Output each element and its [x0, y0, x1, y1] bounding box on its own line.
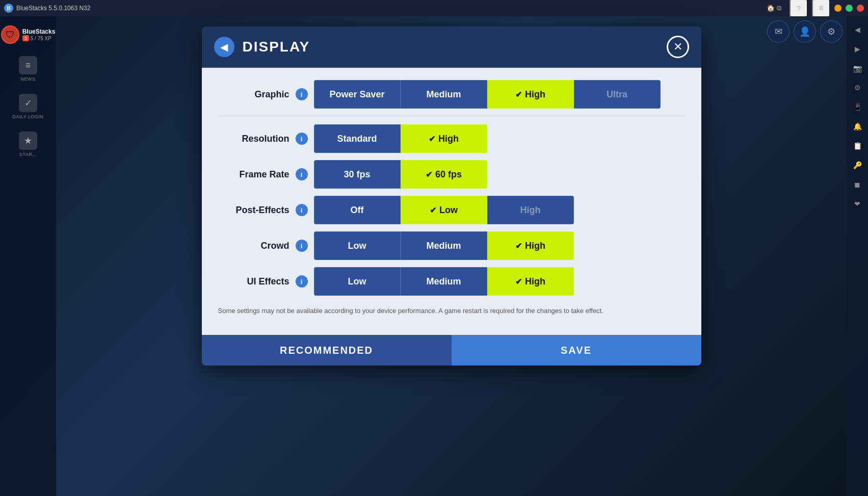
recommended-button[interactable]: RECOMMENDED: [202, 335, 452, 366]
app-logo: B: [4, 4, 13, 13]
frame-rate-btn-group: 30 fps ✔ 60 fps: [314, 160, 487, 189]
crowd-low-button[interactable]: Low: [314, 231, 401, 260]
dialog-close-button[interactable]: ✕: [667, 36, 689, 58]
graphic-label: Graphic: [218, 89, 290, 100]
graphic-medium-button[interactable]: Medium: [401, 80, 487, 109]
ui-effects-low-button[interactable]: Low: [314, 267, 401, 296]
ui-effects-info-icon[interactable]: i: [296, 275, 308, 288]
crowd-medium-button[interactable]: Medium: [401, 231, 487, 260]
graphic-high-button[interactable]: ✔ High: [487, 80, 574, 109]
daily-login-icon: ✓: [19, 94, 37, 112]
titlebar-title: BlueStacks 5.5.0.1063 N32: [16, 5, 767, 12]
ui-effects-high-check-icon: ✔: [515, 277, 522, 286]
sidebar-label-star: STAR...: [19, 152, 37, 157]
titlebar-icons: 🏠 ⧉: [767, 4, 781, 12]
post-effects-high-button[interactable]: High: [487, 196, 574, 224]
titlebar: B BlueStacks 5.5.0.1063 N32 🏠 ⧉ ? ≡: [0, 0, 868, 16]
sidebar-item-star[interactable]: ★ STAR...: [8, 127, 48, 161]
rs-icon-3[interactable]: 📷: [848, 59, 866, 77]
crowd-info-icon[interactable]: i: [296, 240, 308, 252]
ui-effects-medium-button[interactable]: Medium: [401, 267, 487, 296]
post-effects-off-button[interactable]: Off: [314, 196, 401, 224]
divider-1: [218, 116, 685, 116]
graphic-ultra-button[interactable]: Ultra: [574, 80, 661, 109]
ui-effects-btn-group: Low Medium ✔ High: [314, 267, 574, 296]
post-effects-info-icon[interactable]: i: [296, 204, 308, 216]
crowd-row: Crowd i Low Medium ✔ High: [218, 231, 685, 260]
post-effects-row: Post-Effects i Off ✔ Low High: [218, 196, 685, 224]
profile-name: BlueStacks: [22, 28, 56, 35]
avatar: 🛡: [1, 25, 19, 44]
sidebar-label-news: NEWS: [21, 76, 36, 82]
post-effects-btn-group: Off ✔ Low High: [314, 196, 574, 224]
dialog-footer: RECOMMENDED SAVE: [202, 335, 701, 366]
frame-rate-60-button[interactable]: ✔ 60 fps: [401, 160, 487, 189]
resolution-row: Resolution i Standard ✔ High: [218, 124, 685, 153]
post-effects-low-button[interactable]: ✔ Low: [401, 196, 487, 224]
crowd-btn-group: Low Medium ✔ High: [314, 231, 574, 260]
menu-icon[interactable]: ≡: [812, 0, 830, 17]
rs-icon-10[interactable]: ❤: [848, 195, 866, 213]
level-badge: 3: [22, 35, 29, 41]
frame-rate-row: Frame Rate i 30 fps ✔ 60 fps: [218, 160, 685, 189]
resolution-label: Resolution: [218, 134, 290, 144]
profile-info: BlueStacks 3 5 / 75 XP: [22, 28, 56, 41]
minimize-button[interactable]: [834, 5, 841, 12]
news-icon: ≡: [19, 56, 37, 74]
ui-effects-high-button[interactable]: ✔ High: [487, 267, 574, 296]
graphic-btn-group: Power Saver Medium ✔ High Ultra: [314, 80, 661, 109]
graphic-power-saver-button[interactable]: Power Saver: [314, 80, 401, 109]
graphic-row: Graphic i Power Saver Medium ✔ High Ultr…: [218, 80, 685, 109]
dialog-body: Graphic i Power Saver Medium ✔ High Ultr…: [202, 68, 701, 335]
post-effects-label: Post-Effects: [218, 205, 290, 216]
rs-icon-6[interactable]: 🔔: [848, 117, 866, 136]
graphic-high-check-icon: ✔: [515, 90, 522, 99]
close-icon: ✕: [673, 40, 682, 54]
resolution-high-button[interactable]: ✔ High: [401, 124, 487, 153]
close-window-button[interactable]: [857, 5, 864, 12]
crowd-high-button[interactable]: ✔ High: [487, 231, 574, 260]
profile-section: 🛡 BlueStacks 3 5 / 75 XP: [0, 21, 59, 48]
dialog-overlay: ◀ DISPLAY ✕ Graphic i Power Saver Medium: [56, 16, 847, 496]
titlebar-controls: 🏠 ⧉ ? ≡: [767, 0, 864, 17]
resolution-high-check-icon: ✔: [429, 134, 435, 144]
save-button[interactable]: SAVE: [452, 335, 701, 366]
crowd-high-check-icon: ✔: [515, 241, 522, 251]
frame-rate-30-button[interactable]: 30 fps: [314, 160, 401, 189]
display-dialog: ◀ DISPLAY ✕ Graphic i Power Saver Medium: [202, 27, 701, 366]
crowd-label: Crowd: [218, 241, 290, 251]
dialog-header: ◀ DISPLAY ✕: [202, 27, 701, 68]
ui-effects-row: UI Effects i Low Medium ✔ High: [218, 267, 685, 296]
maximize-button[interactable]: [846, 5, 853, 12]
back-button[interactable]: ◀: [214, 37, 234, 57]
rs-icon-9[interactable]: ◼: [848, 175, 866, 194]
frame-rate-label: Frame Rate: [218, 169, 290, 180]
frame-rate-60-check-icon: ✔: [426, 170, 432, 179]
ui-effects-label: UI Effects: [218, 276, 290, 287]
dialog-title: DISPLAY: [243, 39, 659, 55]
sidebar-label-daily-login: DAILY LOGIN: [12, 114, 43, 119]
resolution-standard-button[interactable]: Standard: [314, 124, 401, 153]
sidebar-item-daily-login[interactable]: ✓ DAILY LOGIN: [8, 90, 48, 123]
back-icon: ◀: [220, 41, 228, 53]
graphic-info-icon[interactable]: i: [296, 88, 308, 100]
resolution-info-icon[interactable]: i: [296, 133, 308, 145]
settings-note: Some settings may not be available accor…: [218, 303, 685, 319]
rs-icon-8[interactable]: 🔑: [848, 156, 866, 174]
right-sidebar: ◀ ▶ 📷 ⚙ 📱 🔔 📋 🔑 ◼ ❤: [847, 16, 868, 496]
star-icon: ★: [19, 132, 37, 150]
post-effects-low-check-icon: ✔: [430, 205, 436, 215]
frame-rate-info-icon[interactable]: i: [296, 168, 308, 180]
rs-icon-2[interactable]: ▶: [848, 40, 866, 58]
rs-icon-5[interactable]: 📱: [848, 98, 866, 116]
help-icon[interactable]: ?: [790, 0, 808, 17]
left-sidebar: 🛡 BlueStacks 3 5 / 75 XP ≡ NEWS ✓ DAILY …: [0, 16, 56, 496]
rs-icon-1[interactable]: ◀: [848, 20, 866, 39]
rs-icon-4[interactable]: ⚙: [848, 79, 866, 97]
sidebar-item-news[interactable]: ≡ NEWS: [8, 52, 48, 86]
xp-text: 5 / 75 XP: [31, 36, 51, 41]
rs-icon-7[interactable]: 📋: [848, 137, 866, 155]
resolution-btn-group: Standard ✔ High: [314, 124, 487, 153]
